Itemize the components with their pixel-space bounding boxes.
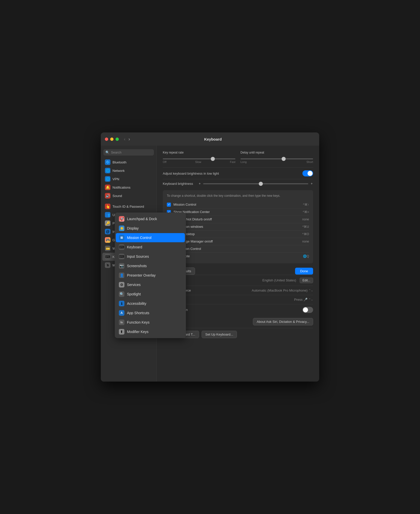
dropdown-label: Services: [127, 283, 141, 287]
forward-arrow[interactable]: ›: [127, 136, 131, 142]
shortcut-keys: ^⌘O: [302, 232, 309, 236]
search-box[interactable]: 🔍: [103, 149, 154, 156]
dropdown-item-input-sources[interactable]: ⌨ Input Sources: [116, 252, 185, 261]
sidebar-item-label: Sound: [112, 194, 122, 198]
keyboard-shortcuts-dropdown: 🚀 Launchpad & Dock ☀️ Display ⊞ Mission …: [115, 213, 186, 338]
about-siri-button[interactable]: About Ask Siri, Dictation & Privacy...: [253, 318, 313, 325]
dropdown-label: Mission Control: [127, 236, 151, 240]
titlebar: ‹ › Keyboard: [101, 132, 319, 146]
input-sources-icon: ⌨: [119, 254, 124, 259]
modifier-keys-icon: ⬆: [119, 329, 124, 335]
close-button[interactable]: [105, 138, 108, 141]
display-icon: ☀️: [119, 225, 124, 231]
shortcut-item-do-not-disturb[interactable]: ✓ Turn Do Not Disturb on/off none: [167, 216, 309, 223]
dropdown-label: Keyboard: [127, 245, 142, 249]
dropdown-item-services[interactable]: ⚙ Services: [116, 280, 185, 289]
shortcut-item-mission-control-expand[interactable]: ▶ — Mission Control: [167, 245, 309, 253]
keyboard-icon: ⌨: [105, 254, 110, 260]
dropdown-label: Modifier Keys: [127, 330, 149, 334]
edit-button[interactable]: Edit...: [300, 278, 313, 283]
adjust-brightness-label: Adjust keyboard brightness in low light: [163, 172, 219, 175]
dropdown-label: Input Sources: [127, 254, 149, 259]
chevron-up-down-icon2: ⌃⌄: [309, 298, 313, 301]
keyboard-menu-icon: ⌨: [119, 244, 124, 250]
sidebar-item-vpn[interactable]: 🌐 VPN: [102, 175, 155, 183]
short-label: Short: [306, 160, 313, 163]
dropdown-label: Display: [127, 226, 139, 230]
dropdown-label: Launchpad & Dock: [127, 217, 157, 221]
launchpad-icon: 🚀: [119, 216, 124, 222]
shortcut-item-app-windows[interactable]: ✓ Application windows ^⌘U: [167, 223, 309, 231]
brightness-high-icon: ✦: [310, 182, 313, 186]
shortcut-name: Turn Do Not Disturb on/off: [173, 217, 300, 221]
shortcut-name: Mission Control: [173, 203, 300, 206]
dropdown-item-mission-control[interactable]: ⊞ Mission Control: [116, 233, 185, 242]
brightness-slider-container: ✦ ✦: [198, 182, 313, 186]
brightness-toggle[interactable]: [302, 170, 313, 176]
sidebar-item-notifications[interactable]: 🔔 Notifications: [102, 183, 155, 191]
dropdown-item-presenter-overlay[interactable]: 👤 Presenter Overlay: [116, 271, 185, 280]
dropdown-item-app-shortcuts[interactable]: A App Shortcuts: [116, 308, 185, 318]
key-repeat-section: Key repeat rate Off Slow Fast: [163, 151, 235, 163]
shortcut-name: Quick Note: [173, 254, 300, 258]
presenter-overlay-icon: 👤: [119, 273, 124, 278]
dropdown-item-spotlight[interactable]: 🔍 Spotlight: [116, 290, 185, 299]
brightness-low-icon: ✦: [198, 182, 201, 186]
microphone-selector[interactable]: Automatic (MacBook Pro Microphone) ⌃⌄: [252, 289, 313, 292]
dropdown-item-modifier-keys[interactable]: ⬆ Modifier Keys: [116, 327, 185, 336]
dropdown-item-keyboard[interactable]: ⌨ Keyboard: [116, 243, 185, 252]
dropdown-item-screenshots[interactable]: 📷 Screenshots: [116, 261, 185, 270]
sidebar-item-bluetooth[interactable]: 🔷 Bluetooth: [102, 158, 155, 166]
checkbox-mission-control[interactable]: ✓: [167, 203, 171, 207]
fast-label: Fast: [230, 160, 235, 163]
sidebar-item-network[interactable]: 🌐 Network: [102, 167, 155, 175]
app-shortcuts-icon: A: [119, 310, 124, 316]
brightness-slider[interactable]: [203, 183, 308, 184]
shortcut-name: Turn Stage Manager on/off: [173, 239, 300, 243]
shortcut-item-mission-control[interactable]: ✓ Mission Control ^⌘↑: [167, 201, 309, 208]
auto-punctuation-toggle[interactable]: [302, 307, 313, 313]
search-input[interactable]: [111, 150, 152, 154]
network-icon: 🌐: [105, 168, 110, 173]
spotlight-icon: 🔍: [119, 291, 124, 297]
touch-id-icon: 👆: [105, 204, 110, 209]
shortcut-value: Press 🎤: [294, 298, 308, 301]
sidebar-item-touch-id[interactable]: 👆 Touch ID & Password: [102, 202, 155, 210]
dropdown-item-launchpad[interactable]: 🚀 Launchpad & Dock: [116, 214, 185, 223]
back-arrow[interactable]: ‹: [123, 136, 126, 142]
users-icon: 👥: [105, 212, 110, 218]
game-center-icon: 🎮: [105, 237, 110, 243]
shortcut-item-stage-manager[interactable]: ✓ Turn Stage Manager on/off none: [167, 238, 309, 245]
dropdown-item-accessibility[interactable]: ℹ Accessibility: [116, 299, 185, 308]
function-keys-icon: fn: [119, 320, 124, 325]
delay-slider[interactable]: [240, 158, 313, 159]
shortcut-keys: ^⌘=: [303, 210, 309, 214]
shortcut-name: Show Notification Center: [173, 210, 300, 214]
shortcut-name: Application windows: [173, 225, 300, 229]
maximize-button[interactable]: [116, 138, 119, 141]
languages-value: English (United States): [262, 278, 296, 282]
done-button[interactable]: Done: [295, 268, 313, 275]
sidebar-item-label: Touch ID & Password: [112, 205, 144, 208]
shortcut-name: Show Desktop: [173, 232, 300, 236]
key-repeat-slider[interactable]: [163, 158, 235, 159]
sidebar-item-label: Bluetooth: [112, 160, 126, 164]
dropdown-item-function-keys[interactable]: fn Function Keys: [116, 318, 185, 327]
shortcut-item-notification-center[interactable]: ✓ Show Notification Center ^⌘=: [167, 208, 309, 216]
shortcut-selector[interactable]: Press 🎤 ⌃⌄: [294, 298, 313, 301]
mission-control-icon: ⊞: [119, 235, 124, 240]
dropdown-label: Presenter Overlay: [127, 273, 156, 277]
setup-keyboard-button[interactable]: Set Up Keyboard...: [202, 331, 237, 338]
nav-arrows: ‹ ›: [123, 136, 131, 142]
keyboard-brightness-label: Keyboard brightness: [163, 182, 198, 186]
shortcut-item-quick-note[interactable]: ✓ Quick Note 🌐Q: [167, 253, 309, 260]
minimize-button[interactable]: [110, 138, 114, 141]
sidebar-item-sound[interactable]: 🔊 Sound: [102, 192, 155, 200]
shortcut-keys: none: [302, 218, 309, 221]
keyboard-brightness-row: Keyboard brightness ✦ ✦: [163, 179, 313, 188]
notifications-icon: 🔔: [105, 185, 110, 190]
shortcut-item-show-desktop[interactable]: ✓ Show Desktop ^⌘O: [167, 231, 309, 238]
dropdown-item-display[interactable]: ☀️ Display: [116, 224, 185, 233]
brightness-toggle-row: Adjust keyboard brightness in low light: [163, 168, 313, 179]
sound-icon: 🔊: [105, 193, 110, 199]
